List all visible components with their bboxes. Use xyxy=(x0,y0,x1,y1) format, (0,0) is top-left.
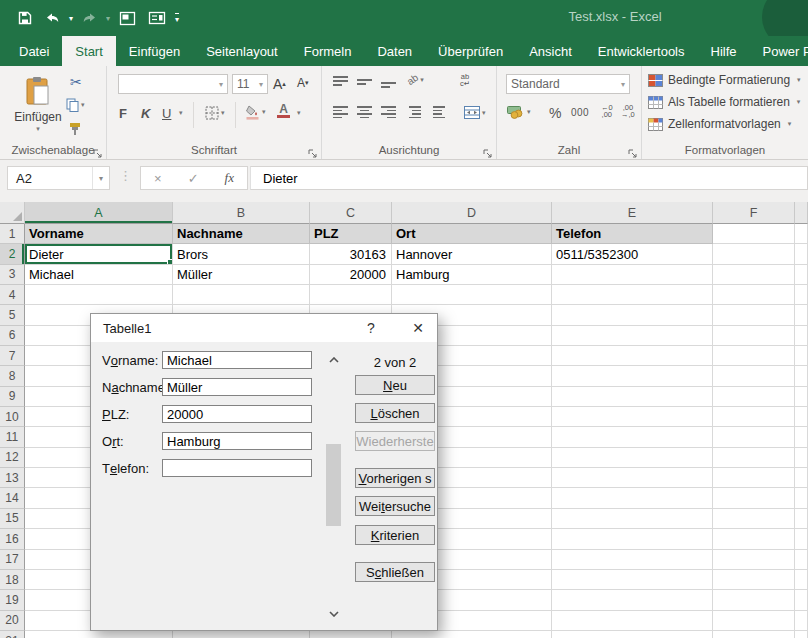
format-as-table-button[interactable]: Als Tabelle formatieren ▾ xyxy=(648,95,800,109)
dialog-close-icon[interactable]: ✕ xyxy=(401,314,435,342)
cut-icon[interactable]: ✂ xyxy=(70,74,82,90)
mouse-mode-icon[interactable] xyxy=(116,5,139,31)
increase-decimal-icon[interactable]: ←0,00 xyxy=(601,104,613,118)
save-icon[interactable] xyxy=(14,5,36,31)
cell[interactable] xyxy=(713,448,795,468)
cell[interactable] xyxy=(713,366,795,386)
cell[interactable] xyxy=(310,285,392,305)
cell[interactable] xyxy=(795,509,808,529)
cell[interactable]: Ort xyxy=(392,224,552,244)
cell[interactable]: 30163 xyxy=(310,244,392,264)
font-name-combo[interactable]: ▾ xyxy=(118,74,228,94)
cell[interactable] xyxy=(795,488,808,508)
grow-font-icon[interactable]: A▴ xyxy=(273,76,286,92)
row-header-9[interactable]: 9 xyxy=(0,387,25,407)
copy-icon[interactable]: ▾ xyxy=(66,98,85,112)
format-painter-icon[interactable] xyxy=(68,122,82,136)
formula-bar-input[interactable]: Dieter xyxy=(250,166,808,190)
cell[interactable] xyxy=(552,285,713,305)
cell[interactable] xyxy=(795,427,808,447)
cell[interactable] xyxy=(713,427,795,447)
tab-seitenlayout[interactable]: Seitenlayout xyxy=(193,36,291,66)
redo-icon[interactable] xyxy=(79,5,100,31)
cell[interactable] xyxy=(552,326,713,346)
font-color-caret-icon[interactable]: ▾ xyxy=(295,109,301,117)
cell[interactable] xyxy=(552,305,713,325)
cell[interactable]: PLZ xyxy=(310,224,392,244)
cell[interactable] xyxy=(713,611,795,631)
cell[interactable]: Brors xyxy=(173,244,310,264)
cell[interactable] xyxy=(173,631,310,638)
redo-caret-icon[interactable]: ▾ xyxy=(106,14,110,23)
cancel-icon[interactable]: × xyxy=(154,171,162,186)
cell[interactable] xyxy=(713,631,795,638)
cell[interactable] xyxy=(552,468,713,488)
row-header-1[interactable]: 1 xyxy=(0,224,25,244)
row-header-18[interactable]: 18 xyxy=(0,570,25,590)
cell[interactable] xyxy=(795,346,808,366)
row-header-7[interactable]: 7 xyxy=(0,346,25,366)
cell[interactable]: Hannover xyxy=(392,244,552,264)
kriterien-button[interactable]: Kriterien xyxy=(355,525,435,545)
insert-function-icon[interactable]: fx xyxy=(225,170,234,186)
cell[interactable] xyxy=(552,590,713,610)
number-dialog-launcher-icon[interactable] xyxy=(628,145,638,155)
cell[interactable] xyxy=(795,285,808,305)
cell[interactable] xyxy=(795,407,808,427)
dialog-help-button[interactable]: ? xyxy=(354,314,388,342)
tab-datei[interactable]: Datei xyxy=(6,36,62,66)
column-header-E[interactable]: E xyxy=(552,202,713,224)
cell[interactable] xyxy=(713,488,795,508)
weitersuchen-button[interactable]: Weitersuche xyxy=(355,496,435,516)
undo-caret-icon[interactable]: ▾ xyxy=(69,14,73,23)
vorname-input[interactable] xyxy=(162,351,312,369)
ort-input[interactable] xyxy=(162,432,312,450)
cell[interactable] xyxy=(392,631,552,638)
cell[interactable]: Nachname xyxy=(173,224,310,244)
fill-color-icon[interactable]: ▾ xyxy=(245,104,266,120)
align-right-icon[interactable] xyxy=(381,106,396,118)
italic-button[interactable]: K xyxy=(141,106,150,121)
row-header-5[interactable]: 5 xyxy=(0,305,25,325)
row-header-12[interactable]: 12 xyxy=(0,448,25,468)
font-size-combo[interactable]: 11 ▾ xyxy=(232,74,268,94)
column-header-F[interactable]: F xyxy=(713,202,795,224)
cell[interactable] xyxy=(795,631,808,638)
tab-einf-gen[interactable]: Einfügen xyxy=(116,36,193,66)
undo-icon[interactable] xyxy=(42,5,63,31)
number-format-combo[interactable]: Standard ▾ xyxy=(506,74,630,94)
cell[interactable] xyxy=(552,550,713,570)
row-header-16[interactable]: 16 xyxy=(0,529,25,549)
neu-button[interactable]: Neu xyxy=(355,375,435,395)
cell[interactable] xyxy=(795,244,808,264)
clipboard-dialog-launcher-icon[interactable] xyxy=(93,145,103,155)
cell[interactable] xyxy=(552,407,713,427)
conditional-formatting-button[interactable]: Bedingte Formatierung ▾ xyxy=(648,73,801,87)
cell[interactable] xyxy=(795,366,808,386)
align-center-icon[interactable] xyxy=(357,106,372,118)
paste-button[interactable]: Einfügen ▾ xyxy=(8,70,68,154)
alignment-dialog-launcher-icon[interactable] xyxy=(483,145,493,155)
cell[interactable] xyxy=(795,590,808,610)
cell[interactable] xyxy=(552,448,713,468)
cell[interactable] xyxy=(552,346,713,366)
nachname-input[interactable] xyxy=(162,378,312,396)
cell[interactable] xyxy=(713,387,795,407)
user-avatar[interactable] xyxy=(762,0,808,36)
cell[interactable]: Vorname xyxy=(25,224,173,244)
row-header-8[interactable]: 8 xyxy=(0,366,25,386)
row-header-4[interactable]: 4 xyxy=(0,285,25,305)
cell[interactable] xyxy=(173,285,310,305)
cell[interactable] xyxy=(713,326,795,346)
cell[interactable] xyxy=(795,224,808,244)
row-header-10[interactable]: 10 xyxy=(0,407,25,427)
cell[interactable] xyxy=(552,611,713,631)
row-header-11[interactable]: 11 xyxy=(0,427,25,447)
cell[interactable] xyxy=(713,570,795,590)
merge-center-icon[interactable]: ▾ xyxy=(464,106,486,119)
cell[interactable] xyxy=(795,529,808,549)
scroll-up-icon[interactable] xyxy=(327,354,341,366)
row-header-17[interactable]: 17 xyxy=(0,550,25,570)
cell[interactable] xyxy=(795,611,808,631)
cell[interactable]: Müller xyxy=(173,265,310,285)
